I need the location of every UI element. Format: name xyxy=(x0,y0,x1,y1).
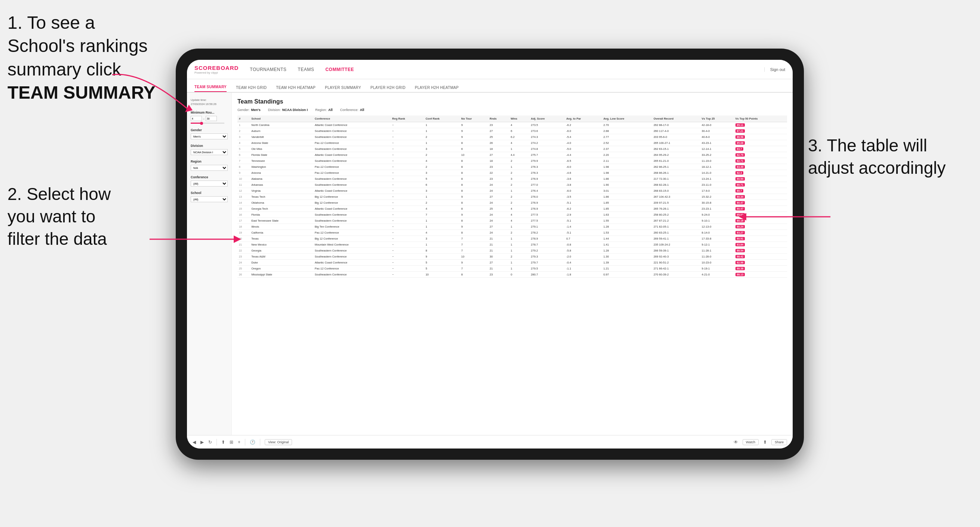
table-header-row: # School Conference Reg Rank Conf Rank N… xyxy=(237,116,787,122)
cell-overall: 270 60-39-2 xyxy=(652,272,700,278)
cell-school: Alabama xyxy=(250,176,313,182)
cell-conf-rank: 7 xyxy=(424,212,460,218)
cell-wins: 2 xyxy=(509,182,530,188)
cell-wins: 1 xyxy=(509,224,530,230)
cell-adj-score: 276.9 xyxy=(530,200,565,206)
cell-avg-low: 1.44 xyxy=(602,236,652,242)
tab-icon[interactable]: ⊞ xyxy=(229,440,233,445)
standings-table: # School Conference Reg Rank Conf Rank N… xyxy=(237,116,787,278)
cell-conf: Pac-12 Conference xyxy=(313,140,391,146)
col-conf-rank: Conf Rank xyxy=(424,116,460,122)
filter-gender-select[interactable]: Men's Women's xyxy=(191,133,228,140)
cell-avg-par: -6.5 xyxy=(565,158,601,164)
cell-conf-rank: 3 xyxy=(424,170,460,176)
tab-team-h2h-heatmap[interactable]: TEAM H2H HEATMAP xyxy=(276,86,316,92)
cell-vs-top25: 17-33-8 xyxy=(700,236,734,242)
cell-no-tour: 8 xyxy=(460,200,488,206)
cell-adj-score: 274.2 xyxy=(530,140,565,146)
instruction-2-line3: filter the data xyxy=(8,229,107,249)
cell-avg-par: -1.4 xyxy=(565,224,601,230)
share-icon[interactable]: ⬆ xyxy=(763,440,767,445)
cell-rnds: 24 xyxy=(488,200,509,206)
cell-conf-rank: 6 xyxy=(424,182,460,188)
cell-school: Arizona State xyxy=(250,140,313,146)
cell-reg-rank: ~ xyxy=(391,260,424,266)
table-row: 11 Arkansas Southeastern Conference ~ 6 … xyxy=(237,182,787,188)
cell-no-tour: 8 xyxy=(460,272,488,278)
cell-reg-rank: ~ xyxy=(391,206,424,212)
cell-no-tour: 8 xyxy=(460,176,488,182)
tab-team-h2h-grid[interactable]: TEAM H2H GRID xyxy=(236,86,267,92)
table-row: 25 Oregon Pac-12 Conference ~ 5 7 21 1 2… xyxy=(237,266,787,272)
cell-avg-par: -4.6 xyxy=(565,170,601,176)
cell-conf-rank: 2 xyxy=(424,200,460,206)
table-filter-gender: Gender: Men's xyxy=(237,108,261,112)
table-row: 16 Florida Southeastern Conference ~ 7 9… xyxy=(237,212,787,218)
cell-wins: 0 xyxy=(509,272,530,278)
filter-division-select[interactable]: NCAA Division I NCAA Division II NCAA Di… xyxy=(191,149,228,155)
cell-reg-rank: ~ xyxy=(391,272,424,278)
cell-no-tour: 9 xyxy=(460,128,488,134)
add-icon[interactable]: + xyxy=(238,440,240,445)
cell-vs-top25: 33-25-2 xyxy=(700,152,734,158)
table-row: 10 Alabama Southeastern Conference ~ 5 8… xyxy=(237,176,787,182)
cell-no-tour: 8 xyxy=(460,170,488,176)
arrow-3 xyxy=(733,198,838,235)
reload-icon[interactable]: ↻ xyxy=(208,440,212,445)
cell-conf: Southeastern Conference xyxy=(313,182,391,188)
forward-icon[interactable]: ▶ xyxy=(200,440,204,445)
sign-out-button[interactable]: Sign out xyxy=(764,67,785,72)
cell-wins: 2 xyxy=(509,170,530,176)
table-row: 4 Arizona State Pac-12 Conference ~ 1 8 … xyxy=(237,140,787,146)
filter-conference-select[interactable]: (All) xyxy=(191,181,228,187)
cell-wins: 4 xyxy=(509,212,530,218)
cell-wins: 1 xyxy=(509,188,530,194)
cell-rank: 8 xyxy=(237,164,250,170)
view-original-button[interactable]: View: Original xyxy=(265,439,292,445)
nav-teams[interactable]: TEAMS xyxy=(298,65,314,74)
cell-conf: Atlantic Coast Conference xyxy=(313,206,391,212)
table-row: 7 Tennessee Southeastern Conference ~ 4 … xyxy=(237,158,787,164)
tab-player-h2h-grid[interactable]: PLAYER H2H GRID xyxy=(371,86,406,92)
instruction-2: 2. Select how you want to filter the dat… xyxy=(8,183,157,250)
cell-school: North Carolina xyxy=(250,122,313,128)
nav-tournaments[interactable]: TOURNAMENTS xyxy=(250,65,286,74)
cell-adj-score: 278.7 xyxy=(530,242,565,248)
filter-school-select[interactable]: (All) xyxy=(191,196,228,202)
share-button[interactable]: Share xyxy=(772,439,787,445)
cell-no-tour: 8 xyxy=(460,140,488,146)
cell-avg-par: -6.0 xyxy=(565,128,601,134)
cell-vs-top25: 11-28-1 xyxy=(700,248,734,254)
cell-wins: 4 xyxy=(509,140,530,146)
cell-no-tour: 10 xyxy=(460,254,488,260)
tab-player-h2h-heatmap[interactable]: PLAYER H2H HEATMAP xyxy=(415,86,458,92)
back-icon[interactable]: ◀ xyxy=(192,440,196,445)
cell-rnds: 23 xyxy=(488,122,509,128)
cell-wins: 2 xyxy=(509,200,530,206)
nav-committee[interactable]: COMMITTEE xyxy=(325,65,354,74)
cell-reg-rank: ~ xyxy=(391,134,424,140)
share-icon-2[interactable]: ⬆ xyxy=(221,440,225,445)
instruction-2-line1: 2. Select how xyxy=(8,184,111,204)
instruction-3-line1: 3. The table will xyxy=(808,136,927,155)
filter-division: Division NCAA Division I NCAA Division I… xyxy=(191,144,228,155)
cell-vs-top25: 30-15-8 xyxy=(700,200,734,206)
cell-avg-par: -1.8 xyxy=(565,272,601,278)
filter-region-select[interactable]: N/A All xyxy=(191,165,228,171)
table-row: 14 Oklahoma Big 12 Conference ~ 2 8 24 2… xyxy=(237,200,787,206)
filter-region: Region N/A All xyxy=(191,160,228,171)
cell-reg-rank: ~ xyxy=(391,248,424,254)
cell-school: Tennessee xyxy=(250,158,313,164)
cell-avg-low: 1.41 xyxy=(602,242,652,248)
cell-reg-rank: ~ xyxy=(391,212,424,218)
cell-school: Florida State xyxy=(250,152,313,158)
cell-conf: Southeastern Conference xyxy=(313,272,391,278)
cell-overall: 217 72-30-1 xyxy=(652,176,700,182)
watch-button[interactable]: Watch xyxy=(743,439,759,445)
tab-player-summary[interactable]: PLAYER SUMMARY xyxy=(325,86,361,92)
cell-school: Mississippi State xyxy=(250,272,313,278)
cell-adj-score: 278.9 xyxy=(530,236,565,242)
cell-wins: 2 xyxy=(509,158,530,164)
cell-rnds: 18 xyxy=(488,146,509,152)
cell-adj-score: 273.5 xyxy=(530,122,565,128)
